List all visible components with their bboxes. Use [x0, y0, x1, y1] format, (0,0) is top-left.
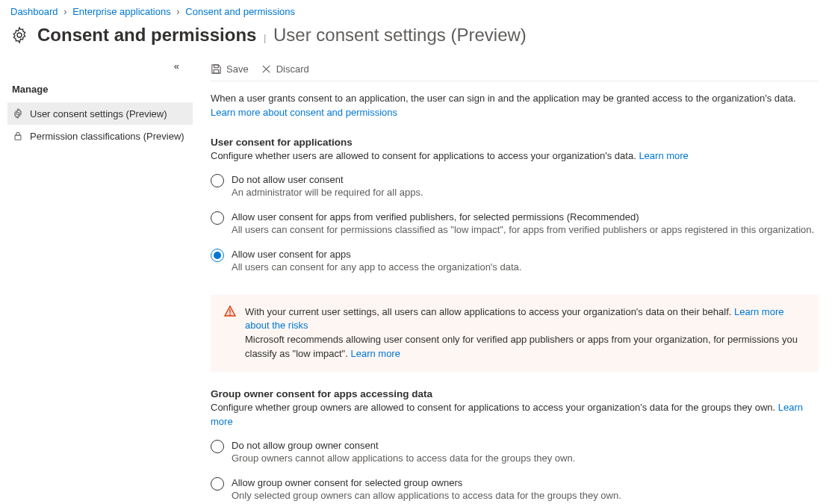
chevron-double-left-icon: « [174, 60, 179, 72]
radio-option-verified-publishers[interactable]: Allow user consent for apps from verifie… [211, 208, 819, 246]
section-group-owner-consent: Group owner consent for apps accessing d… [211, 388, 819, 504]
breadcrumb: Dashboard › Enterprise applications › Co… [0, 0, 835, 20]
breadcrumb-link-consent[interactable]: Consent and permissions [185, 6, 295, 17]
lock-icon [12, 130, 24, 142]
chevron-right-icon: › [63, 6, 66, 17]
page-title: Consent and permissions [37, 25, 256, 45]
radio-option-all-apps[interactable]: Allow user consent for apps All users ca… [211, 246, 819, 283]
section-title: Group owner consent for apps accessing d… [211, 388, 819, 399]
svg-rect-2 [15, 135, 21, 140]
gear-icon [10, 26, 28, 44]
svg-rect-4 [214, 69, 219, 73]
breadcrumb-link-dashboard[interactable]: Dashboard [10, 6, 58, 17]
radio-icon [211, 249, 224, 262]
sidebar-heading: Manage [7, 79, 193, 102]
radio-label: Allow user consent for apps [232, 249, 521, 260]
discard-button[interactable]: Discard [261, 63, 309, 75]
sidebar-item-label: Permission classifications (Preview) [30, 131, 184, 142]
sidebar-item-label: User consent settings (Preview) [30, 108, 167, 119]
learn-more-link[interactable]: Learn more [639, 150, 688, 161]
radio-desc: Group owners cannot allow applications t… [232, 452, 575, 464]
warning-icon [224, 305, 236, 317]
user-consent-radio-group: Do not allow user consent An administrat… [211, 171, 819, 283]
warning-banner: With your current user settings, all use… [211, 295, 819, 372]
radio-icon [211, 174, 224, 187]
sidebar-item-permission-classifications[interactable]: Permission classifications (Preview) [7, 125, 193, 147]
sidebar: « Manage User consent settings (Preview)… [0, 59, 193, 504]
chevron-right-icon: › [176, 6, 179, 17]
save-button[interactable]: Save [211, 63, 249, 75]
close-icon [261, 63, 272, 75]
sidebar-item-user-consent[interactable]: User consent settings (Preview) [7, 102, 193, 125]
warning-text: With your current user settings, all use… [245, 306, 731, 317]
radio-label: Allow group owner consent for selected g… [232, 477, 621, 488]
section-title: User consent for applications [211, 137, 819, 148]
svg-rect-3 [214, 65, 219, 68]
radio-option-selected-group-owners[interactable]: Allow group owner consent for selected g… [211, 474, 819, 504]
radio-label: Do not allow group owner consent [232, 440, 575, 451]
radio-label: Allow user consent for apps from verifie… [232, 211, 814, 223]
svg-point-0 [17, 33, 22, 37]
section-desc: Configure whether group owners are allow… [211, 401, 819, 429]
gear-icon [12, 108, 24, 119]
learn-more-link[interactable]: Learn more [350, 348, 400, 359]
breadcrumb-link-enterprise-apps[interactable]: Enterprise applications [72, 6, 171, 17]
page-subtitle: User consent settings (Preview) [273, 25, 527, 45]
svg-point-1 [16, 112, 19, 115]
group-owner-consent-radio-group: Do not allow group owner consent Group o… [211, 437, 819, 504]
learn-more-consent-link[interactable]: Learn more about consent and permissions [211, 107, 397, 118]
intro-text: When a user grants consent to an applica… [211, 92, 819, 120]
collapse-sidebar-button[interactable]: « [7, 59, 193, 79]
radio-desc: An administrator will be required for al… [232, 187, 423, 198]
radio-icon [211, 440, 224, 453]
save-icon [211, 63, 222, 75]
radio-icon [211, 211, 224, 225]
radio-desc: All users can consent for any app to acc… [232, 261, 521, 273]
radio-desc: All users can consent for permissions cl… [232, 224, 814, 235]
radio-option-no-consent[interactable]: Do not allow user consent An administrat… [211, 171, 819, 208]
radio-label: Do not allow user consent [232, 174, 423, 185]
page-header: Consent and permissions | User consent s… [0, 20, 835, 59]
toolbar: Save Discard [211, 59, 819, 81]
svg-point-6 [229, 314, 231, 315]
radio-desc: Only selected group owners can allow app… [232, 490, 621, 501]
radio-icon [211, 477, 224, 491]
main-content: Save Discard When a user grants consent … [193, 59, 835, 504]
radio-option-no-group-consent[interactable]: Do not allow group owner consent Group o… [211, 437, 819, 474]
section-user-consent: User consent for applications Configure … [211, 137, 819, 283]
warning-recommendation: Microsoft recommends allowing user conse… [245, 334, 798, 359]
section-desc: Configure whether users are allowed to c… [211, 149, 819, 164]
